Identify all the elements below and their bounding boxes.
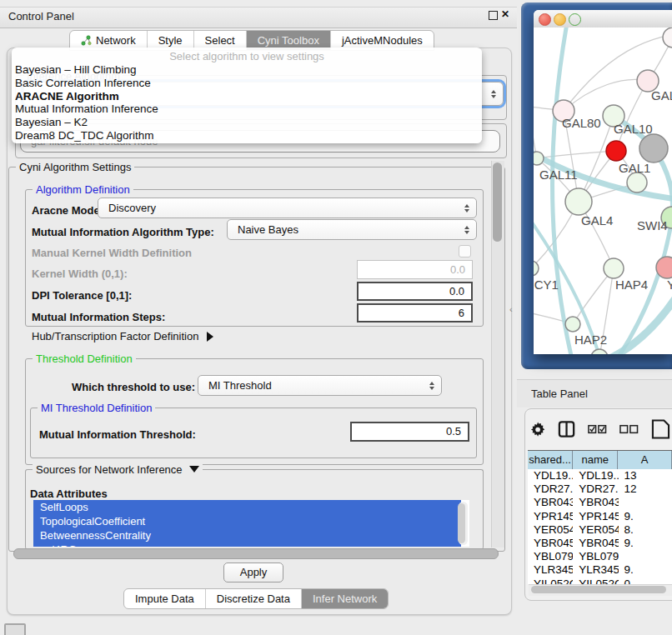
algorithm-definition-legend: Algorithm Definition bbox=[33, 183, 133, 196]
expand-right-icon bbox=[207, 332, 213, 342]
stepper-icon bbox=[464, 226, 469, 234]
popup-placeholder: Select algorithm to view settings bbox=[12, 50, 482, 63]
attribute-item[interactable]: TopologicalCoefficient bbox=[33, 514, 461, 528]
algorithm-option[interactable]: Bayesian – Hill Climbing bbox=[12, 63, 482, 77]
table-row[interactable]: YDL19...YDL19...13 bbox=[528, 469, 672, 482]
apply-button[interactable]: Apply bbox=[223, 562, 283, 582]
table-cell: YLR345W bbox=[528, 563, 573, 577]
zoom-traffic-light[interactable] bbox=[569, 13, 581, 26]
table-cell: YBR043C bbox=[528, 496, 573, 509]
table-row[interactable]: YER054CYER054C8. bbox=[528, 523, 672, 537]
aracne-mode-combo[interactable]: Discovery bbox=[98, 198, 477, 218]
columns-icon[interactable] bbox=[558, 420, 575, 438]
algorithm-option[interactable]: ARACNE Algorithm bbox=[12, 90, 482, 103]
network-icon bbox=[81, 35, 92, 46]
new-table-icon[interactable] bbox=[651, 418, 672, 440]
aracne-mode-label: Aracne Mode: bbox=[32, 204, 103, 217]
attribute-item[interactable]: SelfLoops bbox=[33, 500, 461, 514]
network-node-hap2[interactable] bbox=[565, 317, 580, 332]
close-traffic-light[interactable] bbox=[539, 13, 551, 26]
mi-type-combo[interactable]: Naive Bayes bbox=[227, 219, 477, 240]
mi-threshold-field[interactable]: 0.5 bbox=[350, 422, 469, 442]
table-cell: YDL19... bbox=[528, 469, 573, 482]
node-label: Y bbox=[667, 278, 672, 292]
network-window-titlebar[interactable] bbox=[534, 10, 672, 28]
table-row[interactable]: YIL052CYIL052C0. bbox=[528, 578, 672, 585]
bottom-tab-bar: Impute DataDiscretize DataInfer Network bbox=[123, 588, 389, 609]
manual-kernel-checkbox[interactable] bbox=[459, 245, 471, 258]
network-canvas[interactable]: GALGAL80GAL10GAL1GAL11GAL4SWI4GCY1HAP4YH… bbox=[534, 28, 672, 354]
network-node[interactable] bbox=[663, 28, 672, 48]
table-row[interactable]: YBR043CYBR043C bbox=[528, 496, 672, 509]
table-cell: 0. bbox=[619, 578, 672, 585]
table-cell: 13 bbox=[619, 469, 672, 482]
which-threshold-combo[interactable]: MI Threshold bbox=[198, 375, 442, 396]
tab-label: Cyni Toolbox bbox=[258, 34, 319, 47]
table-body: YDL19...YDL19...13YDR27...YDR27...12YBR0… bbox=[528, 469, 672, 584]
table-panel-title: Table Panel bbox=[531, 388, 588, 400]
network-node[interactable] bbox=[639, 134, 668, 162]
splitter-collapse-icon[interactable]: ‹ bbox=[509, 304, 513, 314]
close-icon[interactable]: ✕ bbox=[501, 8, 509, 20]
table-cell: YDL19... bbox=[573, 469, 618, 482]
tab-label: Select bbox=[205, 34, 235, 47]
attribute-item[interactable]: gal4RGexp bbox=[33, 542, 461, 547]
network-node-y[interactable] bbox=[656, 257, 672, 278]
kernel-width-field[interactable]: 0.0 bbox=[357, 260, 473, 279]
kernel-width-label: Kernel Width (0,1): bbox=[32, 268, 128, 280]
which-threshold-value: MI Threshold bbox=[208, 379, 272, 392]
node-label: HAP2 bbox=[574, 332, 607, 347]
table-cell: YBL079W bbox=[573, 550, 618, 563]
show-columns-icon[interactable] bbox=[588, 424, 607, 435]
tab-discretize-data[interactable]: Discretize Data bbox=[206, 589, 302, 608]
tab-label: Impute Data bbox=[135, 592, 194, 605]
table-cell: YER054C bbox=[528, 523, 573, 537]
tab-infer-network[interactable]: Infer Network bbox=[302, 589, 388, 608]
attr-items: SelfLoopsTopologicalCoefficientBetweenne… bbox=[33, 500, 469, 547]
algorithm-option[interactable]: Mutual Information Inference bbox=[12, 102, 482, 116]
network-node-gcy1[interactable] bbox=[534, 261, 539, 276]
node-label: GAL bbox=[651, 88, 672, 102]
mi-steps-field[interactable]: 6 bbox=[357, 303, 473, 322]
data-attributes-label: Data Attributes bbox=[30, 488, 108, 500]
panel-dock-icon[interactable] bbox=[4, 623, 26, 635]
algorithm-option[interactable]: Basic Correlation Inference bbox=[12, 77, 482, 90]
mi-type-label: Mutual Information Algorithm Type: bbox=[32, 226, 214, 238]
algorithm-list: Bayesian – Hill ClimbingBasic Correlatio… bbox=[12, 63, 482, 142]
table-cell: YIL052C bbox=[528, 578, 573, 585]
table-row[interactable]: YPR145WYPR145W9. bbox=[528, 510, 672, 523]
dpi-tolerance-field[interactable]: 0.0 bbox=[357, 282, 473, 301]
network-node-gal4[interactable] bbox=[565, 188, 592, 215]
table-row[interactable]: YLR345WYLR345W9. bbox=[528, 563, 672, 577]
table-cell: 9. bbox=[619, 537, 672, 550]
tab-impute-data[interactable]: Impute Data bbox=[124, 589, 206, 608]
attribute-item[interactable]: BetweennessCentrality bbox=[33, 528, 461, 542]
tab-label: Discretize Data bbox=[217, 592, 290, 605]
table-cell bbox=[619, 496, 672, 509]
table-cell: YIL052C bbox=[573, 578, 618, 585]
table-row[interactable]: YBR045CYBR045C9. bbox=[528, 537, 672, 550]
window-float-icon[interactable] bbox=[489, 11, 498, 20]
attr-list-scrollbar[interactable] bbox=[459, 502, 468, 545]
table-cell: YBR043C bbox=[573, 496, 618, 509]
algorithm-option[interactable]: Bayesian – K2 bbox=[12, 116, 482, 129]
network-node[interactable] bbox=[591, 349, 608, 354]
minimize-traffic-light[interactable] bbox=[554, 13, 566, 26]
network-node[interactable] bbox=[606, 141, 626, 161]
gear-icon[interactable] bbox=[530, 422, 545, 438]
sources-legend[interactable]: Sources for Network Inference bbox=[33, 463, 203, 476]
table-row[interactable]: YBL079WYBL079W bbox=[528, 550, 672, 563]
table-scroll-thumb[interactable] bbox=[531, 586, 666, 593]
settings-scroll-thumb[interactable] bbox=[493, 162, 502, 242]
table-row[interactable]: YDR27...YDR27...12 bbox=[528, 482, 672, 496]
column-header[interactable]: name bbox=[573, 451, 618, 469]
column-header[interactable]: shared... bbox=[528, 451, 573, 469]
settings-horizontal-scrollbar[interactable] bbox=[13, 548, 499, 559]
hub-definition-toggle[interactable]: Hub/Transcription Factor Definition bbox=[32, 330, 213, 342]
network-node-gal11[interactable] bbox=[534, 152, 544, 165]
network-node-hap4[interactable] bbox=[604, 258, 624, 278]
hide-columns-icon[interactable] bbox=[619, 424, 639, 435]
column-header[interactable]: A bbox=[618, 451, 672, 469]
network-node-gal1[interactable] bbox=[627, 172, 647, 192]
algorithm-option[interactable]: Dream8 DC_TDC Algorithm bbox=[12, 129, 482, 142]
